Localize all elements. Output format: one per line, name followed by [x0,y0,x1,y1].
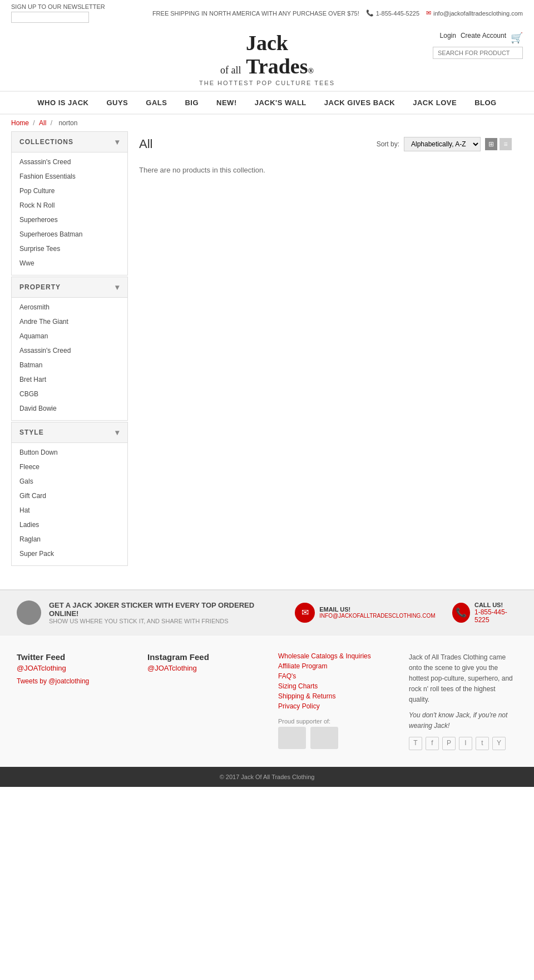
view-icons: ⊞ ≡ [485,138,512,150]
social-instagram-icon[interactable]: I [459,737,472,750]
cart-icon[interactable]: 🛒 [511,32,523,44]
filter-item[interactable]: Andre The Giant [12,314,127,329]
filter-item[interactable]: CBGB [12,387,127,401]
email-icon: ✉ [426,9,431,17]
property-arrow-icon: ▾ [115,283,120,292]
style-arrow-icon: ▾ [115,428,120,437]
nav-who-is-jack[interactable]: WHO IS JACK [28,92,97,114]
auth-links: Login Create Account 🛒 [440,32,523,44]
email-contact-text: EMAIL US! INFO@JACKOFALLTRADESCLOTHING.C… [319,606,435,619]
newsletter-input[interactable] [11,12,89,23]
filter-property-header[interactable]: PROPERTY ▾ [12,277,127,298]
grid-view-icon[interactable]: ⊞ [485,138,497,150]
page-title: All [139,137,152,151]
filter-item[interactable]: Button Down [12,445,127,460]
social-facebook-icon[interactable]: f [426,737,439,750]
logo-of-all: of all [220,65,241,76]
filter-property: PROPERTY ▾ Aerosmith Andre The Giant Aqu… [11,277,128,421]
filter-item[interactable]: Fleece [12,460,127,474]
footer-links-col: Wholesale Catalogs & Inquiries Affiliate… [278,652,387,750]
filter-item[interactable]: Super Pack [12,546,127,561]
create-account-link[interactable]: Create Account [461,32,506,44]
filter-item[interactable]: Gift Card [12,489,127,503]
phone-icon: 📞 [366,9,374,17]
filter-item[interactable]: Pop Culture [12,184,127,198]
footer-link[interactable]: Sizing Charts [278,682,387,690]
breadcrumb-home[interactable]: Home [11,119,29,127]
breadcrumb: Home / All / norton [0,115,534,131]
supporter-logos [278,727,387,749]
sort-row: Sort by: Alphabetically, A-Z Alphabetica… [377,137,512,151]
sort-select[interactable]: Alphabetically, A-Z Alphabetically, Z-A … [404,137,481,151]
filter-item[interactable]: Batman [12,358,127,372]
proud-supporter: Proud supporter of: [278,718,387,725]
nav-gals[interactable]: GALS [137,92,176,114]
filter-item[interactable]: Ladies [12,518,127,532]
page-content: COLLECTIONS ▾ Assassin's Creed Fashion E… [0,131,534,567]
newsletter-label: SIGN UP TO OUR NEWSLETTER [11,3,105,10]
filter-item[interactable]: Rock N Roll [12,198,127,213]
phone-value: 1-855-445-5225 [474,608,517,624]
nav-blog[interactable]: BLOG [466,92,506,114]
filter-property-label: PROPERTY [19,283,61,291]
social-twitter-icon[interactable]: T [409,737,422,750]
search-input[interactable] [433,47,522,58]
nav-jack-love[interactable]: JACK LOVE [404,92,466,114]
page-title-row: All Sort by: Alphabetically, A-Z Alphabe… [139,137,512,151]
footer-link[interactable]: Affiliate Program [278,662,387,670]
filter-item[interactable]: Aerosmith [12,300,127,314]
filter-item[interactable]: Superheroes [12,213,127,227]
nav-jack-gives-back[interactable]: JACK GIVES BACK [315,92,404,114]
filter-item[interactable]: Hat [12,503,127,518]
filter-style-items: Button Down Fleece Gals Gift Card Hat La… [12,443,127,565]
filter-item[interactable]: Aquaman [12,329,127,343]
nav-new[interactable]: NEW! [207,92,246,114]
filter-style-header[interactable]: STYLE ▾ [12,422,127,443]
filter-item[interactable]: Wwe [12,256,127,270]
footer-social: T f P I t Y [409,737,517,750]
filter-item[interactable]: Assassin's Creed [12,343,127,358]
email-section: ✉ info@jackofalltradesclothing.com [426,9,523,17]
footer-link[interactable]: Privacy Policy [278,702,387,710]
filter-item[interactable]: Superheroes Batman [12,227,127,242]
breadcrumb-current: norton [58,119,77,127]
nav-big[interactable]: BIG [176,92,207,114]
about-tagline: You don't know Jack, if you're not weari… [409,710,517,731]
filter-item[interactable]: Fashion Essentials [12,169,127,184]
social-tumblr-icon[interactable]: t [476,737,489,750]
filter-item[interactable]: Raglan [12,532,127,546]
social-youtube-icon[interactable]: Y [492,737,506,750]
social-pinterest-icon[interactable]: P [442,737,456,750]
tweets-link[interactable]: Tweets by @joatclothing [17,677,89,685]
nav-guys[interactable]: GUYS [97,92,137,114]
breadcrumb-sep1: / [33,119,37,127]
filter-item[interactable]: Assassin's Creed [12,155,127,169]
phone-contact: 📞 CALL US! 1-855-445-5225 [452,602,518,624]
footer-about-col: Jack of All Trades Clothing came onto th… [409,652,517,750]
breadcrumb-all[interactable]: All [39,119,46,127]
logo-trades: Trades [246,55,308,78]
filter-item[interactable]: Gals [12,474,127,489]
filter-property-items: Aerosmith Andre The Giant Aquaman Assass… [12,298,127,420]
footer-link[interactable]: FAQ's [278,672,387,680]
joker-icon [17,600,41,625]
filter-item[interactable]: Surprise Tees [12,242,127,256]
filter-item[interactable]: Zane Fix [12,270,127,275]
filter-item[interactable]: David Bowie [12,401,127,416]
filter-item[interactable]: Bret Hart [12,372,127,387]
login-link[interactable]: Login [440,32,456,44]
logo-jack: Jack [246,31,288,55]
supporter-logo-2 [310,727,338,749]
footer-link[interactable]: Shipping & Returns [278,692,387,700]
nav-jacks-wall[interactable]: JACK'S WALL [246,92,315,114]
filter-item[interactable]: T-Shirt [12,561,127,565]
footer-strip-left: GET A JACK JOKER STICKER WITH EVERY TOP … [17,600,278,625]
footer-link[interactable]: Wholesale Catalogs & Inquiries [278,652,387,660]
email-contact: ✉ EMAIL US! INFO@JACKOFALLTRADESCLOTHING… [295,603,435,623]
filter-collections-header[interactable]: COLLECTIONS ▾ [12,132,127,152]
filter-item[interactable]: DC [12,416,127,420]
instagram-heading: Instagram Feed [147,652,256,662]
promo-title: GET A JACK JOKER STICKER WITH EVERY TOP … [49,601,278,618]
list-view-icon[interactable]: ≡ [500,138,512,150]
main-area: All Sort by: Alphabetically, A-Z Alphabe… [128,131,523,567]
